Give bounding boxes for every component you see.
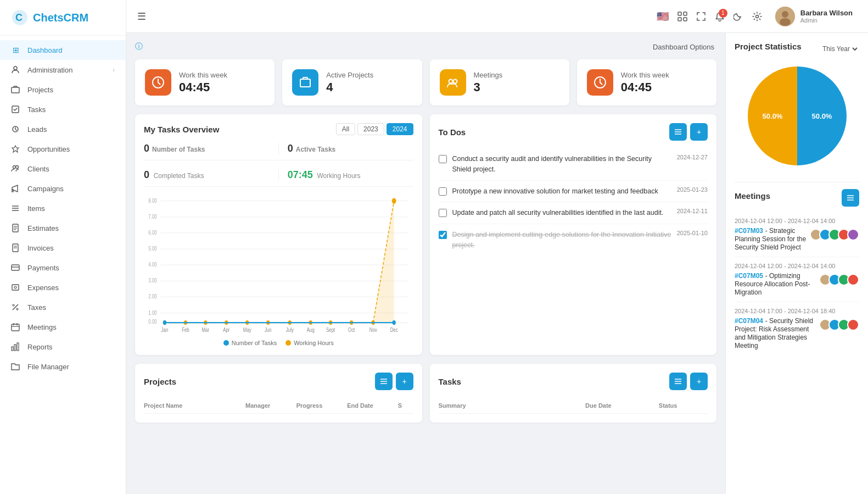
- meetings-list-btn[interactable]: [842, 189, 859, 207]
- sidebar-item-estimates[interactable]: Estimates: [0, 218, 126, 238]
- projects-col-status: S: [398, 402, 413, 409]
- sidebar-label-file-manager: File Manager: [27, 363, 115, 371]
- user-profile[interactable]: Barbara Wilson Admin: [771, 4, 857, 29]
- todo-date-4: 2025-01-10: [677, 230, 708, 236]
- filter-2024[interactable]: 2024: [387, 123, 413, 135]
- dashboard-options-label[interactable]: Dashboard Options: [653, 43, 716, 51]
- sidebar-item-dashboard[interactable]: ⊞ Dashboard: [0, 40, 126, 60]
- reports-icon: [11, 342, 21, 351]
- project-stats-title: Project Statistics: [735, 42, 802, 51]
- administration-icon: [11, 65, 21, 74]
- tasks-col-status: Status: [659, 402, 708, 409]
- sidebar-label-payments: Payments: [27, 264, 115, 272]
- sidebar-item-label: Dashboard: [27, 46, 115, 54]
- working-hours-label: Working Hours: [317, 172, 360, 180]
- filter-buttons: All 2023 2024: [336, 123, 413, 135]
- legend-hours: Working Hours: [285, 340, 334, 346]
- stat-info-4: Work this week 04:45: [621, 71, 669, 95]
- svg-text:50.0%: 50.0%: [811, 112, 832, 120]
- todos-list-btn[interactable]: [669, 123, 687, 141]
- tasks-list-btn[interactable]: [669, 373, 687, 390]
- todo-item: Prototype a new innovative solution for …: [439, 181, 708, 203]
- svg-point-39: [782, 11, 788, 18]
- sidebar-item-items[interactable]: Items: [0, 198, 126, 218]
- bottom-row: Projects + Project Name Manager P: [135, 364, 716, 423]
- file-manager-icon: [11, 362, 21, 371]
- sidebar-item-clients[interactable]: Clients: [0, 159, 126, 179]
- meeting-row-3: #C07M04 - Security Shield Project: Risk …: [735, 317, 859, 349]
- svg-text:5.00: 5.00: [148, 246, 156, 252]
- todo-date-3: 2024-12-11: [677, 208, 708, 214]
- todo-checkbox-2[interactable]: [439, 187, 447, 196]
- svg-text:6.00: 6.00: [148, 230, 156, 236]
- svg-point-2: [14, 66, 17, 70]
- dark-mode-icon[interactable]: [733, 12, 743, 21]
- task-stat-completed: 0 Completed Tasks: [144, 169, 270, 181]
- legend-dot-tasks: [223, 340, 229, 346]
- svg-point-88: [392, 198, 396, 203]
- sidebar-label-meetings: Meetings: [27, 323, 115, 331]
- right-panel: Project Statistics This Year Last Year: [725, 33, 868, 494]
- sidebar-item-expenses[interactable]: Expenses: [0, 277, 126, 297]
- svg-text:0.00: 0.00: [148, 319, 156, 325]
- todo-text-1: Conduct a security audit and identify vu…: [452, 154, 671, 175]
- projects-table-header: Project Name Manager Progress End Date S: [144, 398, 413, 414]
- sidebar-item-opportunities[interactable]: Opportunities: [0, 139, 126, 159]
- svg-rect-30: [12, 347, 13, 351]
- todo-checkbox-1[interactable]: [439, 155, 447, 163]
- avatar-2-4: [847, 274, 859, 286]
- project-statistics: Project Statistics This Year Last Year: [735, 42, 859, 171]
- stat-info-3: Meetings 3: [474, 71, 503, 95]
- svg-text:Feb: Feb: [182, 327, 189, 333]
- sidebar-item-reports[interactable]: Reports: [0, 337, 126, 357]
- pie-chart: 50.0% 50.0%: [742, 61, 852, 171]
- sidebar-label-campaigns: Campaigns: [27, 185, 115, 193]
- svg-marker-76: [165, 201, 394, 323]
- svg-text:3.00: 3.00: [148, 277, 156, 284]
- sidebar-item-taxes[interactable]: Taxes: [0, 297, 126, 317]
- todo-item: Conduct a security audit and identify vu…: [439, 148, 708, 181]
- meeting-code-2[interactable]: #C07M05: [735, 272, 763, 280]
- hamburger-menu-icon[interactable]: ☰: [137, 10, 146, 23]
- settings-icon[interactable]: [752, 12, 762, 21]
- grid-icon[interactable]: [677, 12, 687, 21]
- sidebar-item-payments[interactable]: Payments: [0, 258, 126, 277]
- sidebar-item-invoices[interactable]: Invoices: [0, 238, 126, 258]
- chart-legend: Number of Tasks Working Hours: [144, 340, 413, 346]
- notifications-icon[interactable]: 1: [715, 12, 725, 21]
- meeting-code-3[interactable]: #C07M04: [735, 317, 763, 325]
- period-select[interactable]: This Year Last Year: [820, 45, 859, 53]
- filter-all[interactable]: All: [336, 123, 355, 135]
- sidebar-item-projects[interactable]: Projects: [0, 80, 126, 99]
- sidebar-item-tasks[interactable]: Tasks: [0, 99, 126, 119]
- projects-title: Projects: [144, 377, 176, 386]
- todo-checkbox-4[interactable]: [439, 231, 447, 239]
- sidebar-item-campaigns[interactable]: Campaigns: [0, 179, 126, 198]
- sidebar-item-file-manager[interactable]: File Manager: [0, 357, 126, 376]
- todo-checkbox-3[interactable]: [439, 209, 447, 217]
- svg-text:7.00: 7.00: [148, 214, 156, 220]
- fullscreen-icon[interactable]: [696, 12, 706, 21]
- sidebar-item-meetings[interactable]: Meetings: [0, 317, 126, 337]
- projects-list-btn[interactable]: [375, 373, 393, 390]
- projects-header: Projects +: [144, 373, 413, 390]
- filter-2023[interactable]: 2023: [357, 123, 384, 135]
- invoices-icon: [11, 243, 21, 252]
- language-flag-icon[interactable]: 🇺🇸: [657, 10, 669, 23]
- projects-add-btn[interactable]: +: [396, 373, 413, 390]
- info-icon[interactable]: ⓘ: [135, 42, 143, 52]
- sidebar-label-projects: Projects: [27, 86, 115, 94]
- logo[interactable]: C ChetsCRM: [0, 0, 126, 36]
- active-tasks-label: Active Tasks: [296, 146, 336, 153]
- logo-text: ChetsCRM: [33, 12, 88, 24]
- todos-add-btn[interactable]: +: [690, 123, 708, 141]
- tasks-col-summary: Summary: [439, 402, 586, 409]
- sidebar-item-leads[interactable]: Leads: [0, 119, 126, 139]
- sidebar-item-administration[interactable]: Administration ›: [0, 60, 126, 80]
- items-icon: [11, 204, 21, 213]
- meeting-code-1[interactable]: #C07M03: [735, 227, 763, 235]
- sidebar-label-invoices: Invoices: [27, 244, 115, 252]
- svg-rect-33: [678, 12, 681, 15]
- completed-tasks-label: Completed Tasks: [154, 172, 204, 180]
- tasks-add-btn[interactable]: +: [690, 373, 708, 390]
